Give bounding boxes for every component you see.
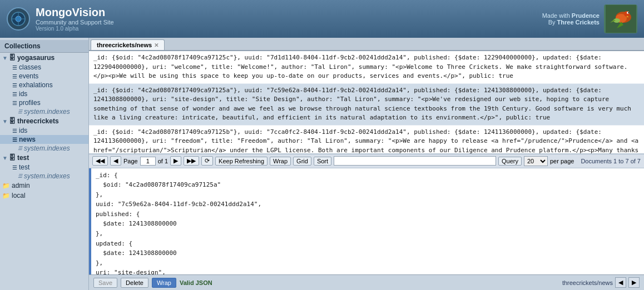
db-name: test bbox=[17, 154, 29, 162]
coll-ids-yoga[interactable]: ☰ids bbox=[0, 89, 88, 98]
coll-events[interactable]: ☰events bbox=[0, 72, 88, 81]
header-bird-image bbox=[604, 4, 637, 33]
sys-icon: ☰ bbox=[18, 109, 22, 114]
app-title: MongoVision bbox=[36, 6, 542, 19]
by-label: By Three Crickets bbox=[548, 19, 600, 26]
nav-prev-arrow[interactable]: ◀ bbox=[615, 277, 626, 288]
save-button[interactable]: Save bbox=[93, 278, 117, 288]
folder-admin[interactable]: 📁admin bbox=[0, 181, 88, 191]
coll-icon: ☰ bbox=[12, 137, 17, 143]
coll-exhalations[interactable]: ☰exhalations bbox=[0, 81, 88, 89]
collection-path: threecrickets/news bbox=[562, 279, 613, 286]
coll-classes[interactable]: ☰classes bbox=[0, 63, 88, 72]
coll-icon: ☰ bbox=[12, 73, 17, 79]
app-header: MongoVision Community and Support Site V… bbox=[0, 0, 644, 38]
of-label: of 1 bbox=[158, 158, 168, 164]
page-next-button[interactable]: ▶ bbox=[170, 156, 181, 166]
sort-button[interactable]: Sort bbox=[314, 157, 331, 166]
bottom-right: threecrickets/news ◀ ▶ bbox=[562, 277, 640, 288]
editor-line: }, bbox=[96, 258, 640, 268]
nav-next-arrow[interactable]: ▶ bbox=[628, 277, 640, 288]
db-icon: 🗄 bbox=[9, 54, 16, 62]
page-input[interactable] bbox=[140, 157, 156, 166]
page-label: Page bbox=[123, 158, 138, 164]
refresh-button[interactable]: ⟳ bbox=[201, 156, 213, 166]
pagination-bar: ◀◀ ◀ Page of 1 ▶ ▶▶ ⟳ Keep Refreshing Wr… bbox=[89, 154, 644, 168]
app-logo bbox=[7, 7, 30, 31]
table-row[interactable]: _id: {$oid: "4c2ad08078f17409ca97125c"},… bbox=[89, 51, 644, 84]
docs-count: Documents 1 to 7 of 7 bbox=[581, 158, 641, 164]
editor-line: $date: 1241308800000 bbox=[96, 219, 640, 229]
document-list[interactable]: _id: {$oid: "4c2ad08078f17409ca97125c"},… bbox=[89, 51, 644, 154]
folder-local[interactable]: 📁local bbox=[0, 191, 88, 201]
valid-json-label: Valid JSON bbox=[180, 279, 212, 286]
made-with-label: Made with Prudence bbox=[542, 12, 600, 19]
db-name: threecrickets bbox=[17, 117, 59, 125]
db-threecrickets[interactable]: ▼ 🗄 threecrickets bbox=[0, 116, 88, 126]
editor-line: uri: "site-design", bbox=[96, 268, 640, 274]
coll-ids-tc[interactable]: ☰ids bbox=[0, 126, 88, 135]
editor-line: uuid: "7c59e62a-8404-11df-9cb2-00241ddd2… bbox=[96, 199, 640, 209]
coll-icon: ☰ bbox=[12, 64, 17, 71]
coll-icon: ☰ bbox=[12, 164, 17, 171]
page-prev-button[interactable]: ◀ bbox=[110, 156, 121, 166]
doc-text: _id: {$oid: "4c2ad08078f17409ca97125a"},… bbox=[93, 87, 631, 122]
sidebar: Collections ▼ 🗄 yogasaurus ☰classes ☰eve… bbox=[0, 38, 89, 290]
editor-line: updated: { bbox=[96, 239, 640, 249]
sys-icon: ☰ bbox=[18, 146, 22, 151]
document-editor[interactable]: _id: { $oid: "4c2ad08078f17409ca97125a" … bbox=[89, 168, 644, 275]
sys-icon: ☰ bbox=[18, 173, 22, 179]
coll-news[interactable]: ☰news bbox=[0, 135, 88, 144]
editor-line: }, bbox=[96, 229, 640, 239]
db-icon: 🗄 bbox=[9, 117, 16, 125]
editor-line: _id: { bbox=[96, 171, 640, 181]
coll-icon: ☰ bbox=[12, 91, 17, 97]
folder-icon: 📁 bbox=[2, 182, 10, 189]
db-test[interactable]: ▼ 🗄 test bbox=[0, 153, 88, 163]
db-name: yogasaurus bbox=[17, 54, 55, 62]
sys-tc[interactable]: ☰system.indexes bbox=[0, 144, 88, 153]
bottom-bar: Save Delete Wrap Valid JSON threecricket… bbox=[89, 274, 644, 290]
main-layout: Collections ▼ 🗄 yogasaurus ☰classes ☰eve… bbox=[0, 38, 644, 290]
delete-button[interactable]: Delete bbox=[121, 278, 148, 288]
sidebar-title: Collections bbox=[0, 40, 88, 53]
doc-text: _id: {$oid: "4c2ad08078f17409ca97125c"},… bbox=[93, 54, 627, 79]
expand-arrow: ▼ bbox=[2, 118, 8, 124]
per-page-label: per page bbox=[550, 158, 574, 164]
app-version: Version 1.0 alpha bbox=[36, 26, 542, 32]
app-subtitle: Community and Support Site bbox=[36, 19, 542, 26]
wrap-button[interactable]: Wrap bbox=[152, 278, 176, 288]
sys-yoga[interactable]: ☰system.indexes bbox=[0, 107, 88, 116]
query-button[interactable]: Query bbox=[498, 157, 522, 166]
query-input[interactable] bbox=[334, 156, 496, 166]
doc-text: _id: {$oid: "4c2ad08078f17409ca97125b"},… bbox=[93, 128, 638, 154]
per-page-select[interactable]: 20 50 100 bbox=[524, 156, 548, 166]
wrap-toggle-button[interactable]: Wrap bbox=[270, 157, 291, 166]
editor-line: $oid: "4c2ad08078f17409ca97125a" bbox=[96, 180, 640, 190]
tab-close-button[interactable]: ✕ bbox=[154, 42, 158, 48]
coll-icon: ☰ bbox=[12, 128, 17, 134]
coll-icon: ☰ bbox=[12, 82, 17, 88]
editor-line: }, bbox=[96, 190, 640, 200]
content-area: threecrickets/news ✕ _id: {$oid: "4c2ad0… bbox=[89, 38, 644, 290]
coll-test[interactable]: ☰test bbox=[0, 163, 88, 172]
coll-profiles[interactable]: ☰profiles bbox=[0, 98, 88, 107]
db-icon: 🗄 bbox=[9, 154, 16, 162]
coll-icon: ☰ bbox=[12, 100, 17, 106]
grid-button[interactable]: Grid bbox=[293, 157, 311, 166]
page-last-button[interactable]: ▶▶ bbox=[184, 156, 199, 166]
editor-line: $date: 1241308800000 bbox=[96, 248, 640, 258]
tab-bar: threecrickets/news ✕ bbox=[89, 38, 644, 51]
table-row[interactable]: _id: {$oid: "4c2ad08078f17409ca97125a"},… bbox=[89, 84, 644, 126]
sys-test[interactable]: ☰system.indexes bbox=[0, 172, 88, 181]
tab-news[interactable]: threecrickets/news ✕ bbox=[91, 39, 165, 50]
keep-refreshing-button[interactable]: Keep Refreshing bbox=[215, 157, 267, 166]
db-yogasaurus[interactable]: ▼ 🗄 yogasaurus bbox=[0, 53, 88, 63]
tab-label: threecrickets/news bbox=[97, 42, 152, 48]
editor-line: published: { bbox=[96, 209, 640, 219]
table-row[interactable]: _id: {$oid: "4c2ad08078f17409ca97125b"},… bbox=[89, 126, 644, 154]
header-credits: Made with Prudence By Three Crickets bbox=[542, 12, 600, 26]
page-first-button[interactable]: ◀◀ bbox=[92, 156, 108, 166]
svg-point-10 bbox=[628, 12, 629, 13]
expand-arrow: ▼ bbox=[2, 55, 8, 61]
